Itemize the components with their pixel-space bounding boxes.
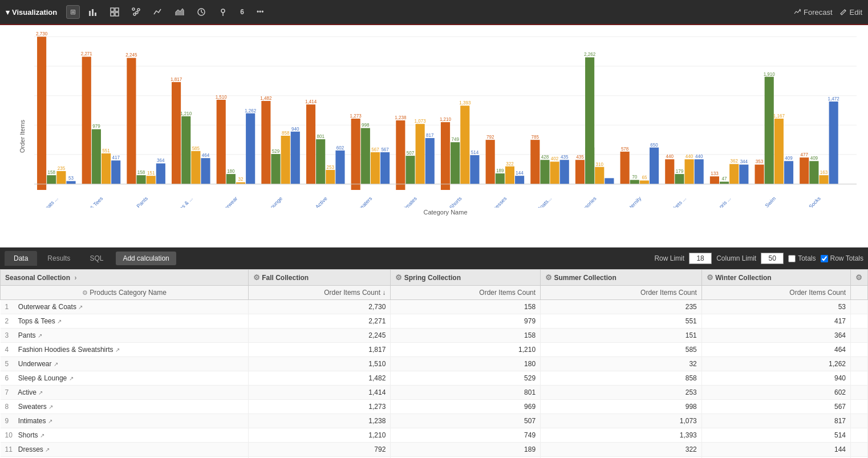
svg-text:344: 344 (740, 159, 748, 164)
clock-btn[interactable] (193, 5, 210, 19)
svg-text:322: 322 (506, 161, 514, 167)
svg-rect-150 (720, 182, 729, 184)
svg-text:Underwear: Underwear (217, 196, 238, 208)
line-chart-btn[interactable] (149, 5, 167, 19)
fall-settings-icon[interactable]: ⚙ (253, 273, 260, 282)
svg-rect-81 (335, 151, 344, 184)
col-limit-input[interactable] (761, 253, 784, 264)
row-category: 7 Active ↗ (1, 386, 249, 400)
table-row: 3 Pants ↗ 2,245 158 151 364 (1, 329, 868, 343)
table-row: 5 Underwear ↗ 1,510 180 32 1,262 (1, 357, 868, 371)
spring-settings-icon[interactable]: ⚙ (395, 273, 402, 282)
svg-text:409: 409 (810, 156, 818, 161)
row-fall-count: 792 (248, 443, 391, 457)
dropdown-arrow[interactable]: ▾ (6, 8, 10, 17)
svg-text:2,262: 2,262 (584, 52, 596, 57)
svg-text:2,271: 2,271 (81, 51, 93, 56)
row-summer-count: 551 (541, 314, 702, 329)
svg-point-14 (221, 9, 225, 13)
svg-text:235: 235 (58, 166, 66, 171)
svg-rect-103 (460, 106, 469, 184)
svg-rect-164 (800, 157, 809, 184)
row-totals-checkbox[interactable] (821, 255, 828, 262)
svg-rect-39 (102, 153, 111, 184)
row-winter-count: 602 (701, 386, 850, 400)
svg-rect-59 (217, 100, 226, 184)
winter-settings-icon[interactable]: ⚙ (707, 273, 713, 282)
final-settings-icon[interactable]: ⚙ (855, 273, 862, 282)
svg-text:1,472: 1,472 (828, 96, 840, 102)
fall-collection-header: ⚙ Fall Collection (248, 270, 391, 286)
table-row: 6 Sleep & Lounge ↗ 1,482 529 858 940 (1, 371, 868, 386)
row-summer-count: 858 (541, 371, 702, 386)
spring-collection-header: ⚙ Spring Collection (391, 270, 541, 286)
tab-sql[interactable]: SQL (80, 251, 112, 266)
tab-data[interactable]: Data (5, 251, 37, 266)
area-chart-btn[interactable] (171, 5, 188, 19)
svg-text:440: 440 (695, 154, 703, 159)
row-filter-icon[interactable]: ↗ (45, 447, 50, 453)
summer-count-subheader: Order Items Count (541, 286, 702, 300)
svg-rect-2 (95, 13, 96, 16)
row-filter-icon[interactable]: ↗ (115, 347, 120, 353)
fall-count-subheader: Order Items Count ↓ (248, 286, 391, 300)
row-filter-icon[interactable]: ↗ (57, 318, 62, 325)
table-btn[interactable] (106, 5, 123, 19)
svg-rect-160 (774, 119, 784, 184)
pin-btn[interactable] (214, 5, 232, 19)
row-filter-icon[interactable]: ↗ (38, 390, 43, 396)
summer-settings-icon[interactable]: ⚙ (545, 273, 552, 282)
number-btn[interactable]: 6 (236, 5, 248, 19)
row-filter-icon[interactable]: ↗ (48, 404, 53, 410)
svg-text:1,414: 1,414 (305, 99, 317, 104)
more-btn[interactable]: ••• (253, 5, 268, 19)
row-limit-input[interactable] (689, 253, 712, 264)
row-filter-icon[interactable]: ↗ (38, 333, 42, 339)
table-row: 4 Fashion Hoodies & Sweatshirts ↗ 1,817 … (1, 343, 868, 357)
table-row: 8 Sweaters ↗ 1,273 969 998 567 (1, 400, 868, 414)
scatter-btn[interactable] (128, 5, 145, 19)
svg-rect-93 (405, 156, 415, 184)
totals-checkbox[interactable] (788, 255, 796, 262)
svg-text:1,238: 1,238 (395, 115, 407, 120)
edit-btn[interactable]: Edit (839, 8, 862, 17)
row-filter-icon[interactable]: ↗ (40, 432, 44, 439)
row-fall-count: 1,210 (248, 428, 391, 443)
pivot-expand-icon[interactable]: › (74, 274, 76, 282)
svg-text:1,167: 1,167 (773, 114, 785, 119)
svg-text:567: 567 (381, 147, 389, 152)
row-filter-icon[interactable]: ↗ (69, 375, 74, 382)
svg-text:144: 144 (516, 171, 524, 176)
svg-text:Socks: Socks (808, 195, 822, 208)
add-calculation-btn[interactable]: Add calculation (116, 252, 176, 265)
svg-text:1,073: 1,073 (415, 119, 427, 124)
svg-rect-148 (710, 176, 719, 184)
row-fall-count: 1,482 (248, 371, 391, 386)
row-filter-icon[interactable]: ↗ (78, 304, 83, 310)
row-summer-count: 998 (541, 400, 702, 414)
totals-checkbox-label[interactable]: Totals (788, 254, 816, 262)
svg-rect-113 (515, 176, 524, 184)
visualization-title[interactable]: ▾ Visualization (6, 8, 57, 17)
bar-chart-btn[interactable] (84, 5, 102, 19)
row-filter-icon[interactable]: ↗ (48, 418, 52, 424)
svg-rect-55 (191, 151, 200, 184)
tab-results[interactable]: Results (38, 251, 79, 266)
forecast-btn[interactable]: Forecast (793, 8, 833, 17)
row-filter-icon[interactable]: ↗ (54, 361, 58, 367)
svg-rect-41 (111, 160, 120, 184)
svg-rect-73 (291, 132, 300, 184)
grid-view-btn[interactable]: ⊞ (66, 5, 80, 19)
svg-text:Pants: Pants (136, 195, 149, 208)
category-settings-icon[interactable]: ⚙ (82, 289, 88, 296)
table-row: 11 Dresses ↗ 792 189 322 144 (1, 443, 868, 457)
svg-text:507: 507 (407, 151, 415, 156)
svg-text:151: 151 (147, 171, 155, 176)
row-totals-checkbox-label[interactable]: Row Totals (821, 254, 863, 262)
svg-rect-77 (316, 139, 325, 184)
svg-text:Sweaters: Sweaters (354, 195, 374, 208)
svg-rect-134 (630, 180, 639, 184)
data-table-wrapper: Seasonal Collection › ⚙ Fall Collection … (0, 269, 868, 458)
chart-inner: 0 1,000 2,000 2,730 158 235 53 2,271 979… (34, 31, 857, 208)
svg-text:2,245: 2,245 (125, 52, 137, 58)
